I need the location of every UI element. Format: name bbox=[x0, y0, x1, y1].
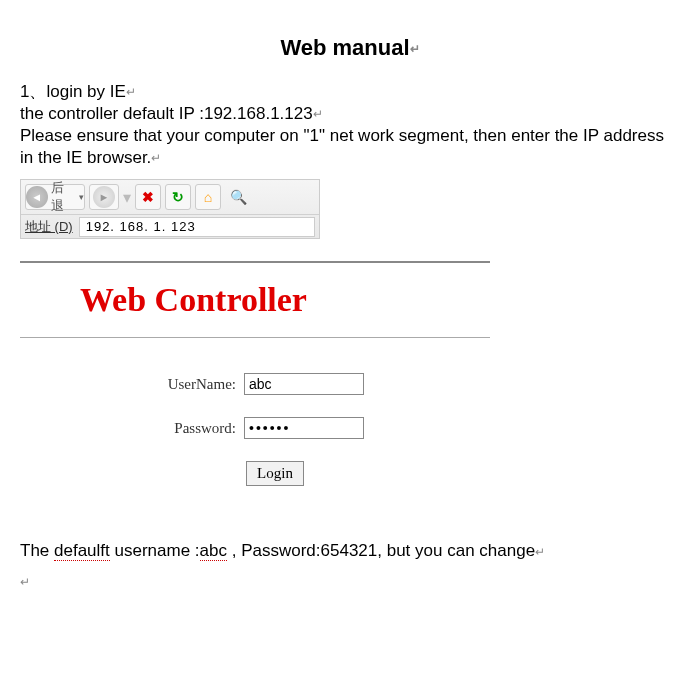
stop-icon: ✖ bbox=[142, 189, 154, 205]
divider-thin bbox=[20, 337, 490, 338]
ie-toolbar-screenshot: ◄ 后退 ▾ ► ▾ ✖ ↻ ⌂ 🔍 地址 (D) 192. 168. 1. 1… bbox=[20, 179, 320, 239]
ie-button-row: ◄ 后退 ▾ ► ▾ ✖ ↻ ⌂ 🔍 bbox=[21, 180, 319, 214]
separator-icon: ▾ bbox=[123, 188, 131, 207]
login-button-row: Login bbox=[60, 461, 490, 486]
home-icon: ⌂ bbox=[204, 189, 212, 205]
password-row: Password: •••••• bbox=[20, 417, 490, 439]
instructions-block: 1、login by IE↵ the controller default IP… bbox=[20, 81, 680, 169]
username-row: UserName: bbox=[20, 373, 490, 395]
password-input[interactable]: •••••• bbox=[244, 417, 364, 439]
login-form: UserName: Password: •••••• Login bbox=[20, 373, 490, 486]
ie-back-button[interactable]: ◄ 后退 ▾ bbox=[25, 184, 85, 210]
ie-stop-button[interactable]: ✖ bbox=[135, 184, 161, 210]
divider-thick bbox=[20, 261, 490, 263]
username-label: UserName: bbox=[146, 376, 236, 393]
forward-arrow-icon: ► bbox=[93, 186, 115, 208]
ie-search-button[interactable]: 🔍 bbox=[225, 184, 251, 210]
ie-home-button[interactable]: ⌂ bbox=[195, 184, 221, 210]
instruction-line-3: Please ensure that your computer on "1" … bbox=[20, 125, 680, 169]
ie-back-label: 后退 bbox=[51, 179, 76, 215]
ie-refresh-button[interactable]: ↻ bbox=[165, 184, 191, 210]
ie-forward-button[interactable]: ► bbox=[89, 184, 119, 210]
misspelled-defaulft: defaulft bbox=[54, 541, 110, 561]
back-arrow-icon: ◄ bbox=[26, 186, 48, 208]
search-icon: 🔍 bbox=[230, 189, 247, 205]
page-title: Web manual↵ bbox=[20, 35, 680, 61]
instruction-line-1: 1、login by IE↵ bbox=[20, 81, 680, 103]
login-button[interactable]: Login bbox=[246, 461, 304, 486]
refresh-icon: ↻ bbox=[172, 189, 184, 205]
ie-address-bar: 地址 (D) 192. 168. 1. 123 bbox=[21, 215, 319, 239]
address-input[interactable]: 192. 168. 1. 123 bbox=[79, 217, 315, 237]
address-label: 地址 (D) bbox=[25, 218, 73, 236]
password-label: Password: bbox=[146, 420, 236, 437]
instruction-line-2: the controller default IP :192.168.1.123… bbox=[20, 103, 680, 125]
username-input[interactable] bbox=[244, 373, 364, 395]
footer-note: The defaulft username :abc , Password:65… bbox=[20, 541, 680, 591]
dropdown-icon: ▾ bbox=[79, 192, 84, 202]
username-abc: abc bbox=[200, 541, 227, 561]
web-controller-heading: Web Controller bbox=[80, 281, 680, 319]
